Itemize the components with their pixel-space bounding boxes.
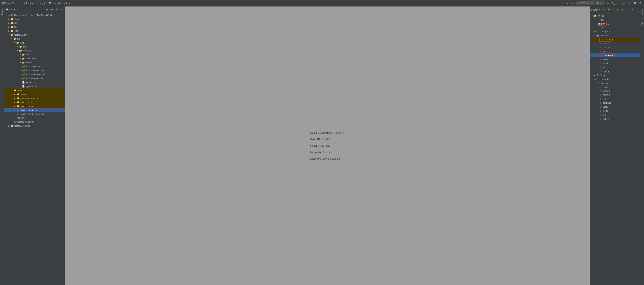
maven-clean-root[interactable]: ⚙ clean 2 xyxy=(590,38,640,42)
hint-search: Search Everywhere Double ⇧ xyxy=(310,131,344,134)
maven-lifecycle-admin[interactable]: 🔗 Lifecycle xyxy=(590,81,640,85)
maven-site-root[interactable]: ⚙ site xyxy=(590,65,640,69)
maven-execute-icon[interactable]: ⚡ xyxy=(606,8,610,12)
maven-m-icon[interactable]: m xyxy=(620,8,624,12)
maven-status-folder-icon: 📁 xyxy=(16,105,19,108)
tree-bin[interactable]: 📁 bin xyxy=(4,21,65,25)
tree-maven-status[interactable]: 📁 maven-status xyxy=(4,104,65,108)
tree-application-yml[interactable]: 🌿 application.yml xyxy=(4,65,65,69)
panel-dropdown-icon[interactable]: ▾ xyxy=(17,9,18,11)
tree-application-test-yml[interactable]: 🌿 application-test.yml xyxy=(4,77,65,80)
tree-classes[interactable]: 📁 classes xyxy=(4,92,65,96)
jar-file-icon: ▦ xyxy=(16,109,19,112)
maven-lifecycle-root[interactable]: 🔗 Lifecycle xyxy=(590,34,640,38)
maven-test-lifecycle-root[interactable]: ⚙ test xyxy=(590,50,640,54)
settings-panel-icon[interactable]: ⚙ xyxy=(54,7,59,12)
search-icon[interactable]: 🔍 xyxy=(633,1,637,6)
tree-rcscada-admin-jar-original[interactable]: ▦ rcscada-admin.jar.original xyxy=(4,112,65,116)
maven-profiles-header[interactable]: 📁 Profiles xyxy=(590,14,640,18)
maven-prod-item[interactable]: ✓ prod 1 xyxy=(590,22,640,26)
tree-application-prod-yml[interactable]: 🌿 application-prod.yml xyxy=(4,73,65,77)
maven-package-root[interactable]: ⚙ package 5 xyxy=(590,54,640,57)
maven-site-admin[interactable]: ⚙ site xyxy=(590,113,640,117)
tree-resources[interactable]: 📂 resources xyxy=(4,49,65,53)
back-icon[interactable]: ↩ xyxy=(571,1,575,6)
tree-rcscada-admin[interactable]: 📂 rcscada-admin xyxy=(4,33,65,37)
tree-logs[interactable]: 📁 logs xyxy=(4,29,65,33)
maven-test-item[interactable]: test xyxy=(590,26,640,30)
tree-idea[interactable]: 📁 .idea xyxy=(4,17,65,21)
add-user-icon[interactable]: + xyxy=(566,1,570,6)
maven-deploy-admin[interactable]: ⚙ deploy xyxy=(590,117,640,121)
tree-i18n[interactable]: 📁 i18n xyxy=(4,53,65,57)
tree-doc[interactable]: 📁 doc xyxy=(4,25,65,29)
tree-rcscada-admin-jar[interactable]: ▦ rcscada-admin.jar xyxy=(4,108,65,112)
stop-button[interactable]: ■ xyxy=(628,1,632,6)
maven-compile-admin[interactable]: ⚙ compile xyxy=(590,93,640,97)
maven-verify-root[interactable]: ⚙ verify xyxy=(590,57,640,61)
plugins-icon: 🔌 xyxy=(596,74,599,77)
run-button[interactable]: ▶ xyxy=(606,1,610,6)
tree-rcscada-common[interactable]: 📁 rcscada-common xyxy=(4,124,65,128)
maven-plugins-root[interactable]: 🔌 Plugins xyxy=(590,73,640,77)
maven-add-icon[interactable]: + xyxy=(611,8,615,12)
tree-java[interactable]: 📁 java xyxy=(4,45,65,49)
maven-install-root[interactable]: ⚙ install xyxy=(590,61,640,65)
maven-run-icon[interactable]: ▶ xyxy=(616,8,620,12)
maven-install-admin[interactable]: ⚙ install xyxy=(590,109,640,113)
test-checkbox[interactable] xyxy=(597,27,600,29)
maven-dev-item[interactable]: dev xyxy=(590,18,640,22)
maven-rcscada-root[interactable]: m rcscada (root) xyxy=(590,30,640,34)
i18n-folder-icon: 📁 xyxy=(22,53,25,56)
tree-application-dev-yml[interactable]: 🌿 application-dev.yml xyxy=(4,69,65,73)
tree-root[interactable]: m RCScada-Vue [rcscada] ~/JavaProject/zu… xyxy=(4,13,65,17)
maven-toolbar: ↻ ⚡ + ▶ m » ⚙ – xyxy=(602,8,638,12)
tree-main[interactable]: 📂 main xyxy=(4,41,65,45)
settings-icon[interactable]: ⚙ xyxy=(638,1,642,6)
hint-search-key: Double ⇧ xyxy=(334,131,344,134)
maven-more-icon[interactable]: » xyxy=(625,8,629,12)
sort-icon[interactable]: ≡ xyxy=(50,7,54,12)
maven-vtab[interactable]: Maven xyxy=(640,7,644,16)
tree-maven-archiver[interactable]: 📁 maven-archiver xyxy=(4,100,65,104)
tree-banner-txt[interactable]: 📄 banner.txt xyxy=(4,80,65,84)
tree-rcscada-admin-iml[interactable]: ▣ rcscada-admin.iml xyxy=(4,120,65,124)
prod-checkbox[interactable]: ✓ xyxy=(598,23,600,25)
maven-clean-admin[interactable]: ⚙ clean xyxy=(590,85,640,89)
tree-src[interactable]: 📂 src xyxy=(4,37,65,41)
dev-checkbox[interactable] xyxy=(597,19,600,21)
maven-deploy-root[interactable]: ⚙ deploy xyxy=(590,69,640,73)
rcscada-root-icon: m xyxy=(594,30,596,33)
run-config-selector[interactable]: 🔷 RCScadaApplication ▼ xyxy=(576,2,605,5)
maven-minimize-icon[interactable]: – xyxy=(634,8,638,12)
maven-rcscada-admin[interactable]: m rcscada-admin xyxy=(590,77,640,81)
coverage-button[interactable]: ☂ xyxy=(617,1,621,6)
tree-mybatis[interactable]: 📁 mybatis xyxy=(4,61,65,65)
profiles-arrow xyxy=(590,15,594,17)
maven-package-admin[interactable]: ⚙ package xyxy=(590,101,640,105)
gen-src-arrow xyxy=(13,97,16,100)
clean-badge: 2 xyxy=(612,38,613,41)
debug-button[interactable]: 🐛 xyxy=(611,1,616,6)
tree-meta-inf[interactable]: 📁 META-INF xyxy=(4,57,65,61)
maven-test-admin[interactable]: ⚙ test xyxy=(590,97,640,101)
maven-validate-admin[interactable]: ⚙ validate xyxy=(590,89,640,93)
svg-text:+: + xyxy=(568,2,569,4)
maven-refresh-icon[interactable]: ↻ xyxy=(602,8,606,12)
tree-logback-xml[interactable]: 📄 logback.xml xyxy=(4,84,65,88)
maven-validate-root[interactable]: ⚙ validate xyxy=(590,42,640,46)
collapse-all-icon[interactable]: ⊟ xyxy=(45,7,50,12)
tree-target[interactable]: 📂 target xyxy=(4,88,65,92)
profile-button[interactable]: ⏱ xyxy=(622,1,626,6)
maven-compile-root[interactable]: ⚙ compile xyxy=(590,46,640,50)
doc-arrow xyxy=(8,26,10,29)
close-panel-icon[interactable]: × xyxy=(59,7,64,12)
hint-recent: Recent Files ⌘E xyxy=(310,144,330,147)
tree-pom-xml[interactable]: m pom.xml xyxy=(4,116,65,120)
maven-verify-admin[interactable]: ⚙ verify xyxy=(590,105,640,109)
database-vtab[interactable]: Database xyxy=(640,16,644,28)
tree-generated-sources[interactable]: 📁 generated-sources xyxy=(4,96,65,100)
project-tab[interactable]: Project xyxy=(0,7,4,16)
maven-settings-icon[interactable]: ⚙ xyxy=(630,8,634,12)
hint-navbar-key: ⌘↑ xyxy=(328,151,332,154)
